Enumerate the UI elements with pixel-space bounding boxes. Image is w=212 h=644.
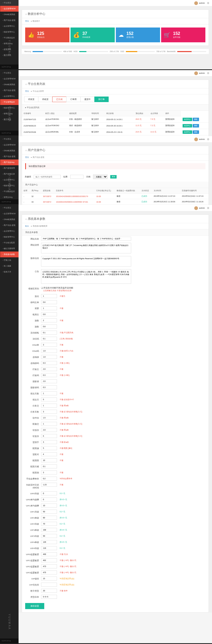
param-input[interactable]: [41, 540, 57, 544]
param-input[interactable]: [41, 331, 57, 335]
param-input[interactable]: [41, 516, 57, 520]
param-input[interactable]: [41, 398, 57, 401]
param-input[interactable]: [41, 577, 57, 581]
param-input[interactable]: [41, 404, 57, 408]
param-input[interactable]: [41, 477, 57, 481]
input-deduction[interactable]: [41, 483, 57, 487]
param-input[interactable]: [41, 337, 57, 341]
sidebar-item[interactable]: ▫ 会员管理NEW: [0, 142, 19, 148]
param-input[interactable]: [41, 558, 57, 562]
tab[interactable]: 订单用: [66, 97, 81, 102]
gear-icon[interactable]: ⚙: [207, 2, 209, 4]
param-input[interactable]: [41, 564, 57, 568]
param-input[interactable]: [41, 300, 57, 304]
param-input[interactable]: [41, 294, 57, 298]
sidebar-item[interactable]: ▫ 收款管理中心: [0, 234, 19, 240]
sidebar-item[interactable]: ▫ 平台首页: [0, 0, 19, 6]
gear-icon[interactable]: ⚙: [207, 138, 209, 141]
crumb-home[interactable]: 首页: [25, 90, 29, 92]
param-input[interactable]: [41, 367, 57, 371]
delete-btn[interactable]: 删除: [193, 130, 199, 134]
sidebar-item[interactable]: ▫ 会员管理中心: [0, 93, 19, 99]
tab[interactable]: 新订单: [94, 97, 109, 102]
param-input[interactable]: [41, 497, 57, 501]
param-input[interactable]: [41, 504, 57, 508]
sidebar-item[interactable]: ▫ 会员管理中心: [0, 228, 19, 234]
sidebar-item[interactable]: ▫ DNA检测系统: [0, 12, 19, 17]
sidebar-item[interactable]: ▫ 用户充值·提现: [0, 88, 19, 93]
param-input[interactable]: [41, 373, 57, 377]
param-input[interactable]: [41, 570, 57, 574]
tab[interactable]: 待发货: [24, 97, 38, 102]
sidebar-item[interactable]: ▫ 平台首页: [0, 136, 19, 142]
sidebar-item[interactable]: ▫ DNA检测系统: [0, 82, 19, 88]
sidebar-item[interactable]: ▫ 第二期展: [0, 263, 19, 269]
param-input[interactable]: [41, 306, 57, 310]
param-input[interactable]: [41, 410, 57, 414]
sidebar-item[interactable]: ▫ 链条开关: [0, 269, 19, 275]
sidebar-item[interactable]: ▫ 用户充值·提现: [0, 222, 19, 228]
param-input[interactable]: [41, 349, 57, 353]
tab[interactable]: 待收货: [38, 97, 52, 102]
tab[interactable]: 退货中: [80, 97, 95, 102]
avatar[interactable]: [194, 206, 198, 210]
param-input[interactable]: [41, 343, 57, 347]
param-input[interactable]: [41, 325, 57, 328]
param-input[interactable]: [41, 440, 57, 444]
param-input[interactable]: [41, 385, 57, 389]
gear-icon[interactable]: ⚙: [207, 207, 209, 209]
param-input[interactable]: [41, 422, 57, 426]
sidebar-item[interactable]: ▫ 用户充值·提现: [0, 17, 19, 23]
submit-button[interactable]: 保存设置: [25, 603, 44, 609]
param-input[interactable]: [41, 534, 57, 538]
search-input[interactable]: [34, 175, 61, 179]
param-input[interactable]: [41, 471, 57, 474]
member-center-btn[interactable]: 会员中心: [183, 118, 192, 121]
param-input[interactable]: [41, 312, 57, 316]
sidebar-item[interactable]: ▫ 确认注册管理: [0, 246, 19, 252]
sidebar-item[interactable]: ▫ 收款管理中心: [0, 29, 19, 35]
param-input[interactable]: [41, 318, 57, 322]
param-input[interactable]: [41, 583, 57, 587]
param-input[interactable]: [41, 379, 57, 383]
tab[interactable]: 已完成: [52, 97, 67, 102]
sidebar-item[interactable]: ▫ 用户充值·提现: [0, 154, 19, 159]
param-input[interactable]: [41, 428, 57, 432]
delete-btn[interactable]: 删除: [193, 118, 199, 121]
param-input[interactable]: [41, 522, 57, 526]
param-input[interactable]: [41, 416, 57, 420]
member-center-btn[interactable]: 会员中心: [183, 130, 192, 134]
input-announce[interactable]: 公告首页 在线名称 [ 月 ] 0.M.工序 [ 年分] [ 代充刷认 ] 公服…: [41, 269, 131, 284]
checkbox-label[interactable]: ❑ 开启支付功能不想充值开启功能: [41, 287, 73, 289]
param-input[interactable]: [41, 361, 57, 365]
sidebar-item[interactable]: ▫ 平台首页: [0, 205, 19, 211]
sidebar-item[interactable]: ▫ 用户提现管理: [0, 165, 19, 171]
sidebar-item[interactable]: ▫ 会员管理NEW: [0, 76, 19, 82]
avatar[interactable]: [194, 138, 198, 141]
param-input[interactable]: [41, 446, 57, 450]
sidebar-item[interactable]: ▫ 会员管理NEW: [0, 211, 19, 217]
result-input[interactable]: [70, 175, 83, 179]
sidebar-item[interactable]: ▫ 平台首页: [0, 70, 19, 76]
param-input[interactable]: [41, 595, 57, 599]
param-input[interactable]: [41, 589, 57, 593]
sidebar-item[interactable]: ▫ 会员管理NEW: [0, 6, 19, 12]
param-input[interactable]: [41, 458, 57, 462]
param-input[interactable]: [41, 434, 57, 438]
sidebar-item[interactable]: ▫ 系统基本参数: [0, 252, 19, 257]
member-center-btn[interactable]: 会员中心: [183, 124, 192, 127]
param-input[interactable]: [41, 491, 57, 495]
param-input[interactable]: [41, 452, 57, 456]
sidebar-item[interactable]: ▫ DNA检测系统: [0, 148, 19, 154]
crumb-home[interactable]: 首页: [25, 156, 29, 158]
input-sitename[interactable]: [41, 237, 131, 241]
gear-icon[interactable]: ⚙: [207, 72, 209, 75]
search-button[interactable]: 查询: [110, 175, 117, 179]
sidebar-item[interactable]: ▫ 平台收支配置: [0, 240, 19, 246]
delete-btn[interactable]: 删除: [193, 124, 199, 127]
param-input[interactable]: [41, 355, 57, 359]
sidebar-item[interactable]: ▫ 会员管理中心: [0, 23, 19, 29]
crumb-home[interactable]: 首页: [25, 20, 29, 22]
param-input[interactable]: [41, 464, 57, 468]
sidebar-item[interactable]: ▫ 空调上线: [0, 257, 19, 263]
